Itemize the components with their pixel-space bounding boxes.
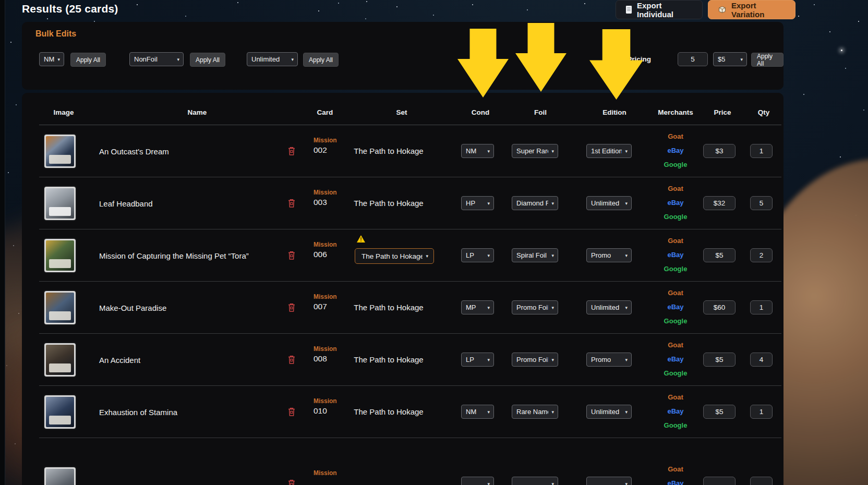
trash-icon[interactable] [287,407,296,417]
google-link[interactable]: Google [655,265,696,273]
goat-link[interactable]: Goat [655,465,696,473]
condition-select[interactable]: NM ▾ [461,405,494,419]
bulk-condition-select[interactable]: NM ▾ [39,52,64,66]
column-header-edition: Edition [583,108,646,116]
set-select[interactable]: The Path to Hokage ▾ [355,248,434,264]
foil-select[interactable]: ▾ [512,477,558,485]
merchant-links: Goat eBay Google [655,229,696,282]
condition-select[interactable]: LP ▾ [461,353,494,367]
ebay-link[interactable]: eBay [655,251,696,259]
bulk-condition-value: NM [44,55,54,63]
ebay-link[interactable]: eBay [655,407,696,415]
trash-icon[interactable] [287,250,296,260]
trash-icon[interactable] [287,146,296,156]
edition-select[interactable]: Unlimited ▾ [586,300,632,314]
pricing-apply-all-button[interactable]: Apply All [751,53,783,67]
card-thumbnail[interactable] [44,239,76,272]
table-row: Mission of Capturing the Missing Pet “To… [22,229,783,282]
goat-link[interactable]: Goat [655,289,696,297]
foil-select[interactable]: Super Rare ▾ [512,144,558,158]
foil-select[interactable]: Diamond Foil ▾ [512,196,558,210]
bulk-edition-apply-all-button[interactable]: Apply All [303,53,339,67]
card-thumbnail[interactable] [44,467,76,485]
bulk-foil-select[interactable]: NonFoil ▾ [129,52,184,66]
trash-icon[interactable] [287,479,296,485]
edition-select[interactable]: Unlimited ▾ [586,405,632,419]
export-variation-button[interactable]: Export Variation [708,0,795,19]
column-header-foil: Foil [509,108,572,116]
price-input[interactable]: $5 [703,353,736,367]
price-input[interactable]: $5 [703,248,736,262]
ebay-link[interactable]: eBay [655,479,696,485]
qty-input[interactable]: 4 [750,353,773,367]
edition-select[interactable]: 1st Edition ▾ [586,144,632,158]
edition-select[interactable]: Promo ▾ [586,248,632,262]
google-link[interactable]: Google [655,317,696,325]
bulk-foil-apply-all-button[interactable]: Apply All [190,53,225,67]
qty-input[interactable]: 1 [750,405,773,419]
price-input[interactable]: $60 [703,300,736,314]
price-input[interactable]: $5 [703,405,736,419]
goat-link[interactable]: Goat [655,185,696,192]
google-link[interactable]: Google [655,369,696,377]
card-thumbnail[interactable] [44,343,76,377]
pricing-mode-select[interactable]: $5 ▾ [713,52,747,66]
trash-icon[interactable] [287,302,296,312]
condition-select[interactable]: MP ▾ [461,300,494,314]
chevron-down-icon: ▾ [551,409,554,415]
edition-value: 1st Edition [591,147,622,155]
chevron-down-icon: ▾ [426,253,428,259]
edition-select[interactable]: Unlimited ▾ [586,196,632,210]
card-thumbnail[interactable] [44,135,76,168]
qty-input[interactable]: 1 [750,144,773,158]
card-thumbnail[interactable] [44,187,76,220]
condition-select[interactable]: HP ▾ [461,196,494,210]
goat-link[interactable]: Goat [655,393,696,401]
qty-input[interactable] [750,477,773,485]
goat-link[interactable]: Goat [655,132,696,140]
pricing-amount-input[interactable]: 5 [678,52,708,66]
chevron-down-icon: ▾ [551,481,554,485]
google-link[interactable]: Google [655,213,696,221]
price-input[interactable] [703,477,736,485]
card-number: 002 [314,146,337,155]
table-row: Exhaustion of Stamina Mission 010 The Pa… [22,386,783,438]
ebay-link[interactable]: eBay [655,199,696,207]
condition-select[interactable]: NM ▾ [461,144,494,158]
google-link[interactable]: Google [655,161,696,168]
foil-select[interactable]: Promo Foil ▾ [512,353,558,367]
ebay-link[interactable]: eBay [655,303,696,311]
condition-value: LP [466,356,474,363]
condition-select[interactable]: ▾ [461,477,494,485]
edition-select[interactable]: Promo ▾ [586,353,632,367]
goat-link[interactable]: Goat [655,341,696,349]
ebay-link[interactable]: eBay [655,355,696,363]
ebay-link[interactable]: eBay [655,147,696,154]
table-row: Make-Out Paradise Mission 007 The Path t… [22,282,783,334]
foil-select[interactable]: Rare Name Foil ▾ [512,405,558,419]
foil-select[interactable]: Promo Foil ▾ [512,300,558,314]
card-type-label: Mission [314,189,337,196]
bulk-edition-select[interactable]: Unlimited ▾ [247,52,298,66]
trash-icon[interactable] [287,198,296,208]
goat-link[interactable]: Goat [655,237,696,245]
column-header-set: Set [370,108,433,116]
table-header: Image Name Card Set Cond Foil Edition Me… [22,93,783,125]
trash-icon[interactable] [287,355,296,365]
card-id-block: Mission 006 [314,241,337,259]
set-select-value: The Path to Hokage [361,252,423,260]
chevron-down-icon: ▾ [625,149,628,154]
bulk-condition-apply-all-button[interactable]: Apply All [70,53,106,67]
qty-input[interactable]: 1 [750,300,773,314]
card-thumbnail[interactable] [44,291,76,324]
edition-select[interactable]: ▾ [586,477,632,485]
export-individual-button[interactable]: Export Individual [616,0,703,19]
card-thumbnail[interactable] [44,395,76,429]
foil-select[interactable]: Spiral Foil ▾ [512,248,558,262]
google-link[interactable]: Google [655,421,696,429]
qty-input[interactable]: 2 [750,248,773,262]
price-input[interactable]: $32 [703,196,736,210]
condition-select[interactable]: LP ▾ [461,248,494,262]
price-input[interactable]: $3 [703,144,736,158]
qty-input[interactable]: 5 [750,196,773,210]
